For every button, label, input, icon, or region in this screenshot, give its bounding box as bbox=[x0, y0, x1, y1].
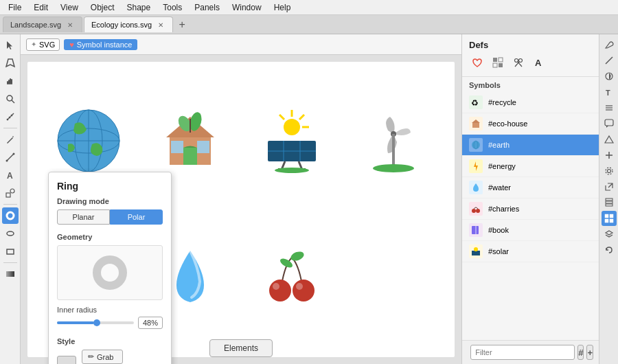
tab-landscape[interactable]: Landscape.svg ✕ bbox=[3, 16, 82, 32]
mode-polar-button[interactable]: Polar bbox=[110, 209, 163, 225]
symbol-name-eco-house: #eco-house bbox=[488, 120, 528, 128]
tab-ecology-label: Ecology icons.svg bbox=[91, 21, 152, 29]
rtool-pen[interactable] bbox=[602, 53, 617, 68]
tool-zoom[interactable] bbox=[2, 91, 19, 107]
svg-rect-31 bbox=[197, 141, 209, 153]
symbol-item-energy[interactable]: #energy bbox=[462, 156, 599, 177]
svg-rect-98 bbox=[610, 214, 613, 218]
rtool-chat[interactable] bbox=[602, 116, 617, 131]
symbol-instance-badge[interactable]: ♥ Symbol instance bbox=[64, 39, 137, 50]
rtool-lines[interactable] bbox=[602, 100, 617, 115]
canvas-area: ✦ SVG ♥ Symbol instance bbox=[21, 34, 461, 364]
symbol-item-book[interactable]: #book bbox=[462, 220, 599, 241]
menu-help[interactable]: Help bbox=[268, 1, 297, 14]
svg-rect-97 bbox=[605, 214, 608, 218]
menu-shape[interactable]: Shape bbox=[122, 1, 157, 14]
rtool-undo[interactable] bbox=[602, 242, 617, 258]
rtool-triangle[interactable] bbox=[602, 132, 617, 147]
add-symbol-button[interactable]: + bbox=[586, 345, 593, 360]
symbol-name-solar: #solar bbox=[488, 247, 509, 255]
inner-radius-label: Inner radius bbox=[57, 306, 163, 314]
svg-marker-101 bbox=[606, 231, 613, 235]
tool-pen[interactable] bbox=[2, 149, 19, 166]
menu-panels[interactable]: Panels bbox=[189, 1, 225, 14]
tab-ecology-close[interactable]: ✕ bbox=[156, 20, 165, 30]
symbol-item-earth[interactable]: #earth bbox=[462, 135, 599, 156]
svg-rect-15 bbox=[6, 193, 10, 197]
defs-text-btn[interactable]: A bbox=[531, 54, 547, 71]
tabbar: Landscape.svg ✕ Ecology icons.svg ✕ + bbox=[0, 15, 618, 34]
symbol-item-eco-house[interactable]: #eco-house bbox=[462, 113, 599, 135]
defs-section: Defs A bbox=[462, 34, 599, 77]
rtool-paint[interactable] bbox=[602, 37, 617, 52]
svg-line-39 bbox=[279, 115, 284, 120]
grab-button[interactable]: ✏ Grab bbox=[82, 350, 123, 364]
tab-landscape-close[interactable]: ✕ bbox=[65, 20, 75, 30]
slider-value[interactable]: 48% bbox=[138, 317, 163, 329]
style-row: ✏ Grab ↺ Reset bbox=[57, 350, 163, 364]
geometry-label: Geometry bbox=[57, 233, 163, 241]
menu-edit[interactable]: Edit bbox=[28, 1, 54, 14]
svg-point-54 bbox=[290, 250, 306, 262]
rtool-plus[interactable] bbox=[602, 148, 617, 163]
defs-title: Defs bbox=[469, 40, 592, 50]
symbol-item-water[interactable]: #water bbox=[462, 177, 599, 198]
menu-file[interactable]: File bbox=[3, 1, 27, 14]
rtool-external[interactable] bbox=[602, 179, 617, 194]
svg-rect-63 bbox=[499, 63, 503, 67]
canvas-icon-windmill[interactable] bbox=[346, 76, 441, 206]
svg-line-67 bbox=[515, 62, 519, 67]
symbol-icon-energy bbox=[469, 159, 483, 173]
canvas-icon-cherry[interactable] bbox=[244, 213, 339, 343]
filter-input[interactable] bbox=[470, 345, 575, 360]
tab-ecology[interactable]: Ecology icons.svg ✕ bbox=[84, 16, 173, 32]
geometry-section: Geometry Inner radius 48% bbox=[57, 233, 163, 329]
svg-rect-78 bbox=[472, 251, 480, 255]
defs-scissors-btn[interactable] bbox=[510, 54, 527, 71]
rtool-symbols[interactable] bbox=[602, 211, 617, 226]
tab-add-button[interactable]: + bbox=[174, 17, 190, 32]
symbol-item-recycle[interactable]: ♻ #recycle bbox=[462, 92, 599, 113]
tool-measure[interactable] bbox=[2, 109, 19, 125]
svg-point-92 bbox=[607, 170, 610, 173]
color-swatch[interactable] bbox=[57, 356, 76, 364]
svg-point-64 bbox=[515, 59, 518, 62]
rtool-layers[interactable] bbox=[602, 227, 617, 242]
symbol-icon-solar bbox=[469, 244, 483, 258]
tool-ring[interactable] bbox=[2, 207, 19, 224]
elements-button[interactable]: Elements bbox=[209, 339, 273, 357]
tool-gradient[interactable] bbox=[2, 266, 19, 282]
symbol-item-solar[interactable]: #solar bbox=[462, 241, 599, 262]
menubar: File Edit View Object Shape Tools Panels… bbox=[0, 0, 618, 15]
tool-rect[interactable] bbox=[2, 243, 19, 260]
tool-ellipse[interactable] bbox=[2, 225, 19, 242]
rtool-text[interactable]: T bbox=[602, 84, 617, 100]
rtool-stack[interactable] bbox=[602, 195, 617, 210]
symbols-section: Symbols ♻ #recycle #eco-house bbox=[462, 77, 599, 340]
inner-radius-slider[interactable] bbox=[57, 321, 134, 324]
tool-node[interactable] bbox=[2, 55, 19, 71]
svg-point-93 bbox=[606, 168, 613, 174]
rtool-contrast[interactable] bbox=[602, 69, 617, 84]
tool-pencil[interactable] bbox=[2, 131, 19, 148]
svg-rect-61 bbox=[499, 58, 503, 62]
canvas-icon-solar[interactable] bbox=[244, 76, 339, 206]
menu-window[interactable]: Window bbox=[227, 1, 267, 14]
defs-heart-btn[interactable] bbox=[469, 54, 485, 71]
svg-rect-99 bbox=[605, 219, 608, 223]
menu-tools[interactable]: Tools bbox=[157, 1, 187, 14]
tool-select[interactable] bbox=[2, 37, 19, 54]
menu-object[interactable]: Object bbox=[85, 1, 120, 14]
tool-text[interactable]: A bbox=[2, 167, 19, 183]
hash-button[interactable]: # bbox=[577, 345, 584, 360]
tool-shapes[interactable] bbox=[2, 185, 19, 201]
defs-pattern-btn[interactable] bbox=[490, 54, 506, 71]
svg-point-65 bbox=[519, 59, 523, 62]
menu-view[interactable]: View bbox=[55, 1, 84, 14]
rtool-gear[interactable] bbox=[602, 163, 617, 179]
symbol-item-charries[interactable]: #charries bbox=[462, 198, 599, 220]
svg-rect-76 bbox=[472, 226, 479, 234]
tool-hand[interactable] bbox=[2, 73, 19, 89]
svg-rect-30 bbox=[171, 141, 183, 153]
mode-planar-button[interactable]: Planar bbox=[57, 209, 110, 225]
